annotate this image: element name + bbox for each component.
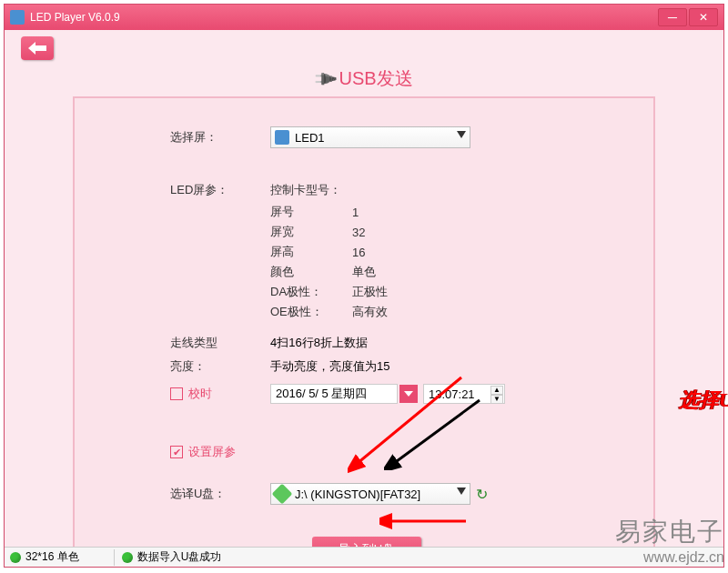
screen-no-label: 屏号 (270, 204, 352, 220)
screen-select[interactable]: LED1 (270, 126, 470, 148)
screen-w-label: 屏宽 (270, 224, 352, 240)
select-usb-label: 选译U盘： (170, 486, 270, 502)
color-label: 颜色 (270, 264, 352, 280)
wiring-value: 4扫16行8折上数据 (270, 335, 368, 351)
calib-checkbox[interactable] (170, 387, 183, 400)
screen-h-value: 16 (352, 246, 365, 259)
calib-label: 校时 (188, 386, 212, 402)
card-model-label: 控制卡型号： (270, 182, 352, 198)
wiring-label: 走线类型 (170, 335, 270, 351)
status-right: 数据导入U盘成功 (137, 549, 222, 565)
status-bar: 32*16 单色 数据导入U盘成功 (5, 547, 723, 567)
back-button[interactable] (21, 36, 54, 60)
screen-no-value: 1 (352, 206, 359, 219)
monitor-icon (275, 130, 289, 145)
brightness-label: 亮度： (170, 358, 270, 375)
page-title: 🔌 USB发送 (5, 66, 723, 91)
usb-icon: 🔌 (311, 65, 339, 93)
color-value: 单色 (352, 264, 376, 280)
close-button[interactable] (689, 8, 718, 26)
usb-select[interactable]: J:\ (KINGSTON)[FAT32] (270, 483, 470, 505)
status-left: 32*16 单色 (25, 549, 79, 565)
da-value: 正极性 (352, 284, 388, 300)
status-dot-icon (10, 552, 21, 563)
select-screen-label: 选择屏： (170, 129, 270, 146)
set-params-checkbox[interactable] (170, 446, 183, 458)
oe-value: 高有效 (352, 304, 388, 320)
screen-h-label: 屏高 (270, 244, 352, 260)
minimize-button[interactable] (658, 8, 687, 26)
annotation-arrow-3 (379, 512, 470, 530)
time-spinner[interactable]: ▲▼ (490, 386, 503, 402)
usb-drive-icon (272, 484, 293, 505)
window-title: LED Player V6.0.9 (30, 11, 658, 24)
refresh-icon[interactable]: ↻ (476, 486, 488, 503)
svg-line-1 (393, 400, 480, 464)
screen-w-value: 32 (352, 226, 365, 239)
set-params-label: 设置屏参 (188, 444, 236, 460)
chevron-down-icon (457, 488, 466, 495)
app-icon (10, 10, 25, 25)
annotation-text: 选择U盘页备导出 (679, 387, 728, 414)
chevron-down-icon (457, 131, 466, 138)
annotation-arrow-2 (384, 396, 484, 470)
screen-params-label: LED屏参： (170, 182, 270, 198)
status-dot-icon (122, 552, 133, 563)
oe-label: OE极性： (270, 304, 352, 320)
main-panel: 选择屏： LED1 LED屏参： 控制卡型号： 屏号1 屏宽32 屏高16 颜色… (73, 96, 655, 551)
da-label: DA极性： (270, 284, 352, 300)
